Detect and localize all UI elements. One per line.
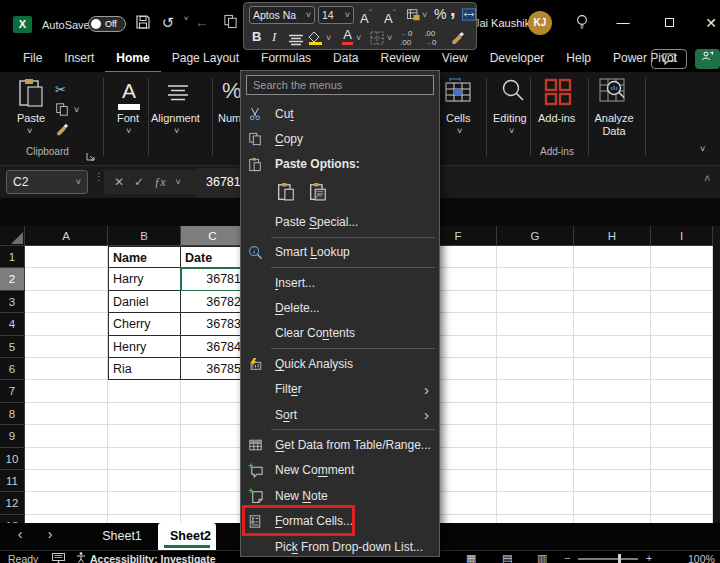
cell-b11[interactable]: [108, 470, 181, 492]
accessibility-icon[interactable]: [76, 552, 86, 563]
bold-icon[interactable]: B: [252, 27, 261, 47]
cell-b10[interactable]: [108, 448, 181, 470]
decrease-font-icon[interactable]: A: [384, 5, 396, 29]
row-header-7[interactable]: 7: [0, 380, 25, 402]
row-header-13[interactable]: 13: [0, 515, 25, 523]
cell-a3[interactable]: [25, 291, 108, 313]
menu-item-get-data-from-table-range[interactable]: Get Data from Table/Range...: [241, 432, 439, 457]
format-painter-icon[interactable]: [450, 30, 466, 49]
menu-item-paste-special[interactable]: Paste Special...: [241, 209, 439, 234]
enter-icon[interactable]: ✓: [134, 175, 144, 189]
cell-b1[interactable]: Name: [108, 246, 181, 268]
cell-c3[interactable]: 36782: [181, 291, 245, 313]
zoom-level[interactable]: 100%: [688, 553, 715, 563]
column-header-b[interactable]: B: [108, 226, 181, 246]
cell-h11[interactable]: [574, 470, 651, 492]
column-header-i[interactable]: I: [651, 226, 713, 246]
cell-a7[interactable]: [25, 380, 108, 402]
row-header-4[interactable]: 4: [0, 313, 25, 335]
chevron-down-icon[interactable]: ˅: [387, 34, 392, 43]
tab-review[interactable]: Review: [369, 46, 430, 73]
cell-g2[interactable]: [497, 268, 574, 290]
menu-search-input[interactable]: [246, 75, 434, 95]
cell-a1[interactable]: [25, 246, 108, 268]
tab-help[interactable]: Help: [555, 46, 602, 73]
fill-color-icon[interactable]: [308, 29, 324, 47]
tab-formulas[interactable]: Formulas: [250, 46, 322, 73]
menu-item-new-note[interactable]: New Note: [241, 483, 439, 508]
cell-h13[interactable]: [574, 515, 651, 523]
number-group-icon[interactable]: %: [222, 78, 242, 104]
cell-a5[interactable]: [25, 336, 108, 358]
cell-c11[interactable]: [181, 470, 245, 492]
select-all-corner[interactable]: [0, 226, 25, 246]
page-layout-view-icon[interactable]: ▤: [502, 552, 512, 563]
maximize-button[interactable]: [658, 14, 680, 32]
zoom-slider-thumb[interactable]: [618, 554, 621, 563]
ribbon-collapse-icon[interactable]: ˅: [700, 144, 705, 154]
cell-b8[interactable]: [108, 403, 181, 425]
cut-icon[interactable]: ✂: [55, 82, 66, 97]
percent-icon[interactable]: %: [434, 4, 446, 24]
cell-a10[interactable]: [25, 448, 108, 470]
column-header-c[interactable]: C: [181, 226, 245, 246]
cells-group-icon[interactable]: [444, 78, 472, 108]
user-name[interactable]: Jai Kaushik: [474, 17, 530, 29]
format-table-icon[interactable]: [406, 8, 421, 26]
tab-insert[interactable]: Insert: [53, 46, 105, 73]
row-header-1[interactable]: 1: [0, 246, 25, 268]
increase-font-icon[interactable]: A: [360, 5, 372, 29]
tab-file[interactable]: File: [12, 46, 53, 73]
decrease-decimal-icon[interactable]: ←0.00: [400, 29, 412, 47]
cell-b13[interactable]: [108, 515, 181, 523]
font-size-select[interactable]: 14˅: [318, 6, 354, 24]
sheet-tab-sheet2[interactable]: Sheet2: [158, 523, 216, 550]
cell-i4[interactable]: [651, 313, 713, 335]
cell-i11[interactable]: [651, 470, 713, 492]
cell-c10[interactable]: [181, 448, 245, 470]
fx-icon[interactable]: ƒx: [154, 175, 165, 190]
paste-values-icon[interactable]: [309, 182, 327, 205]
cell-g6[interactable]: [497, 358, 574, 380]
cell-b9[interactable]: [108, 425, 181, 447]
minimize-button[interactable]: —: [612, 14, 634, 32]
cell-b4[interactable]: Cherry: [108, 313, 181, 335]
editing-group-icon[interactable]: [500, 78, 526, 108]
undo-icon[interactable]: ↺: [158, 14, 178, 34]
menu-item-sort[interactable]: Sort›: [241, 402, 439, 427]
chevron-down-icon[interactable]: ˅: [356, 34, 361, 43]
font-color-icon[interactable]: A: [340, 27, 355, 47]
comma-icon[interactable]: ,: [450, 0, 456, 19]
cell-c8[interactable]: [181, 403, 245, 425]
tab-page-layout[interactable]: Page Layout: [161, 46, 250, 73]
sheet-tab-sheet1[interactable]: Sheet1: [86, 523, 158, 550]
cell-c7[interactable]: [181, 380, 245, 402]
lightbulb-icon[interactable]: [574, 13, 590, 35]
row-header-5[interactable]: 5: [0, 336, 25, 358]
share-button[interactable]: [695, 49, 720, 69]
menu-item-smart-lookup[interactable]: Smart Lookup: [241, 240, 439, 265]
analyze-data-icon[interactable]: [599, 78, 629, 108]
addins-icon[interactable]: [544, 78, 572, 110]
cell-h12[interactable]: [574, 492, 651, 514]
tab-view[interactable]: View: [431, 46, 479, 73]
tab-developer[interactable]: Developer: [479, 46, 556, 73]
cell-i5[interactable]: [651, 336, 713, 358]
cell-a9[interactable]: [25, 425, 108, 447]
cell-h10[interactable]: [574, 448, 651, 470]
cell-g12[interactable]: [497, 492, 574, 514]
formula-input[interactable]: 36781: [196, 168, 244, 198]
row-header-8[interactable]: 8: [0, 403, 25, 425]
comments-button[interactable]: [651, 49, 687, 69]
row-header-6[interactable]: 6: [0, 358, 25, 380]
sheet-nav-left-icon[interactable]: ‹: [10, 526, 30, 542]
cell-a4[interactable]: [25, 313, 108, 335]
cell-g4[interactable]: [497, 313, 574, 335]
close-button[interactable]: ✕: [700, 14, 720, 32]
name-box-splitter[interactable]: ⋮: [94, 174, 104, 179]
menu-item-delete[interactable]: Delete...: [241, 295, 439, 320]
chevron-down-icon[interactable]: ˅: [175, 178, 180, 187]
row-header-12[interactable]: 12: [0, 492, 25, 514]
tab-home[interactable]: Home: [105, 46, 160, 73]
cell-c4[interactable]: 36783: [181, 313, 245, 335]
